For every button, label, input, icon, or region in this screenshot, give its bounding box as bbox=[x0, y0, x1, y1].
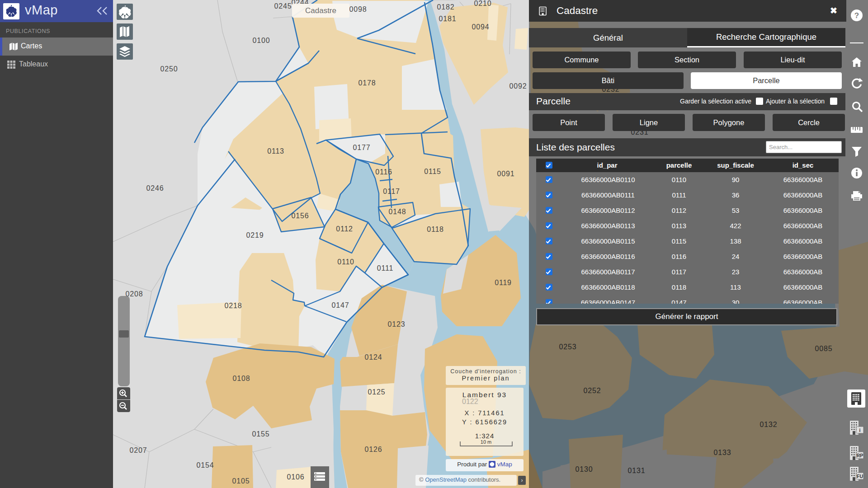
svg-text:0111: 0111 bbox=[377, 264, 393, 272]
svg-text:0094: 0094 bbox=[472, 23, 490, 31]
svg-text:0250: 0250 bbox=[160, 65, 178, 73]
svg-text:0115: 0115 bbox=[424, 168, 441, 175]
svg-text:0124: 0124 bbox=[365, 353, 382, 361]
svg-text:0156: 0156 bbox=[292, 212, 309, 220]
svg-text:10 m: 10 m bbox=[481, 440, 491, 445]
svg-text:0100: 0100 bbox=[253, 37, 270, 44]
svg-text:0210: 0210 bbox=[474, 0, 492, 7]
svg-text:0119: 0119 bbox=[495, 279, 512, 286]
svg-text:0113: 0113 bbox=[267, 147, 284, 155]
svg-text:i: i bbox=[859, 427, 861, 433]
svg-text:0154: 0154 bbox=[197, 461, 214, 469]
svg-text:0123: 0123 bbox=[388, 320, 406, 328]
svg-text:0091: 0091 bbox=[497, 170, 515, 178]
svg-text:0116: 0116 bbox=[375, 168, 392, 176]
svg-text:0147: 0147 bbox=[332, 301, 349, 309]
svg-text:0118: 0118 bbox=[427, 225, 444, 233]
svg-text:0246: 0246 bbox=[146, 184, 164, 192]
svg-text:0245: 0245 bbox=[274, 2, 292, 10]
svg-text:0117: 0117 bbox=[383, 188, 400, 195]
svg-text:0108: 0108 bbox=[233, 375, 250, 382]
svg-text:0148: 0148 bbox=[389, 208, 406, 216]
svg-text:0112: 0112 bbox=[336, 225, 353, 233]
svg-text:0098: 0098 bbox=[349, 5, 367, 13]
svg-text:0105: 0105 bbox=[232, 477, 250, 485]
svg-text:?: ? bbox=[854, 11, 859, 20]
svg-text:0207: 0207 bbox=[130, 446, 147, 454]
svg-text:0219: 0219 bbox=[246, 231, 264, 239]
svg-text:0125: 0125 bbox=[368, 388, 386, 396]
svg-text:0106: 0106 bbox=[287, 473, 305, 481]
svg-text:0092: 0092 bbox=[509, 82, 527, 90]
svg-text:0182: 0182 bbox=[437, 3, 455, 11]
svg-text:0177: 0177 bbox=[353, 144, 371, 151]
svg-text:FU: FU bbox=[857, 474, 863, 479]
svg-text:0181: 0181 bbox=[439, 15, 457, 23]
svg-text:0126: 0126 bbox=[365, 446, 382, 453]
svg-text:0178: 0178 bbox=[359, 79, 376, 87]
svg-text:0110: 0110 bbox=[337, 258, 354, 266]
svg-text:0218: 0218 bbox=[225, 302, 242, 310]
svg-text:RP: RP bbox=[857, 453, 863, 458]
svg-text:0155: 0155 bbox=[252, 430, 270, 438]
